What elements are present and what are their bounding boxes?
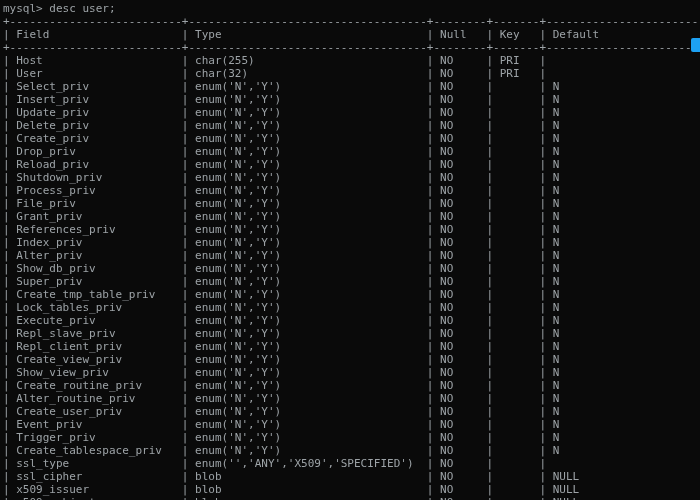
table-row: | ssl_cipher | blob | NO | | NULL | | [3,470,697,483]
table-row: | Create_priv | enum('N','Y') | NO | | N… [3,132,697,145]
table-row: | ssl_type | enum('','ANY','X509','SPECI… [3,457,697,470]
table-header-row: | Field | Type | Null | Key | Default | … [3,28,697,41]
table-row: | Reload_priv | enum('N','Y') | NO | | N… [3,158,697,171]
table-row: | Execute_priv | enum('N','Y') | NO | | … [3,314,697,327]
table-row: | Host | char(255) | NO | PRI | | | [3,54,697,67]
table-border: +--------------------------+------------… [3,15,697,28]
mysql-prompt: mysql> desc user; [3,2,697,15]
table-row: | Create_view_priv | enum('N','Y') | NO … [3,353,697,366]
table-row: | Drop_priv | enum('N','Y') | NO | | N |… [3,145,697,158]
table-row: | Event_priv | enum('N','Y') | NO | | N … [3,418,697,431]
table-row: | x509_subject | blob | NO | | NULL | | [3,496,697,500]
table-row: | Show_view_priv | enum('N','Y') | NO | … [3,366,697,379]
table-row: | Shutdown_priv | enum('N','Y') | NO | |… [3,171,697,184]
table-row: | Delete_priv | enum('N','Y') | NO | | N… [3,119,697,132]
table-row: | Select_priv | enum('N','Y') | NO | | N… [3,80,697,93]
table-row: | Lock_tables_priv | enum('N','Y') | NO … [3,301,697,314]
table-row: | Show_db_priv | enum('N','Y') | NO | | … [3,262,697,275]
table-row: | Alter_priv | enum('N','Y') | NO | | N … [3,249,697,262]
table-border: +--------------------------+------------… [3,41,697,54]
table-row: | x509_issuer | blob | NO | | NULL | | [3,483,697,496]
table-row: | References_priv | enum('N','Y') | NO |… [3,223,697,236]
desc-user-table: +--------------------------+------------… [3,15,697,500]
table-row: | Create_tablespace_priv | enum('N','Y')… [3,444,697,457]
table-row: | Process_priv | enum('N','Y') | NO | | … [3,184,697,197]
mysql-terminal[interactable]: mysql> desc user; +---------------------… [0,0,700,500]
table-row: | Trigger_priv | enum('N','Y') | NO | | … [3,431,697,444]
side-widget-stub[interactable] [691,38,700,52]
table-row: | Create_user_priv | enum('N','Y') | NO … [3,405,697,418]
table-row: | Repl_client_priv | enum('N','Y') | NO … [3,340,697,353]
table-row: | Repl_slave_priv | enum('N','Y') | NO |… [3,327,697,340]
table-row: | User | char(32) | NO | PRI | | | [3,67,697,80]
table-row: | Super_priv | enum('N','Y') | NO | | N … [3,275,697,288]
table-row: | Insert_priv | enum('N','Y') | NO | | N… [3,93,697,106]
table-row: | Index_priv | enum('N','Y') | NO | | N … [3,236,697,249]
table-row: | Create_routine_priv | enum('N','Y') | … [3,379,697,392]
table-row: | File_priv | enum('N','Y') | NO | | N |… [3,197,697,210]
table-row: | Grant_priv | enum('N','Y') | NO | | N … [3,210,697,223]
table-row: | Create_tmp_table_priv | enum('N','Y') … [3,288,697,301]
table-row: | Update_priv | enum('N','Y') | NO | | N… [3,106,697,119]
table-row: | Alter_routine_priv | enum('N','Y') | N… [3,392,697,405]
